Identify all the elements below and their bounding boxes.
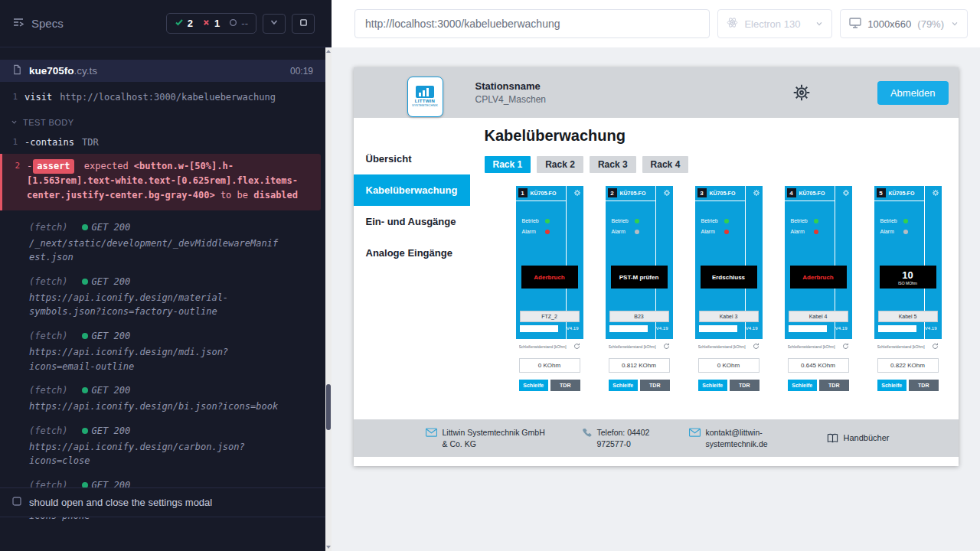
stop-run-button[interactable] [292,14,315,34]
cable-name-field[interactable]: Kabel 4 [789,311,848,322]
firmware-version: V4.19 [925,326,937,331]
cable-name-field[interactable]: Kabel 5 [878,311,938,322]
cable-name-field[interactable]: B23 [609,311,669,322]
rack-status-text: Aderbruch [534,274,564,281]
alarm-led [903,230,908,234]
firmware-version: V4.19 [656,326,668,331]
rack-gear-icon[interactable] [932,189,939,197]
collapse-runner-button[interactable] [263,14,286,34]
rack-strip [520,325,558,332]
refresh-icon[interactable] [932,343,939,350]
footer-email[interactable]: kontakt@littwin-systemtechnik.de [689,427,776,449]
tdr-button[interactable]: TDR [819,380,849,391]
test-body-section-header[interactable]: TEST BODY [0,108,332,132]
cable-name-field[interactable]: Kabel 3 [699,311,759,322]
fetch-status: GET 200 [82,385,131,396]
tdr-button[interactable]: TDR [550,380,580,391]
refresh-icon[interactable] [753,343,760,350]
refresh-icon[interactable] [663,343,670,350]
schleife-button[interactable]: Schleife [519,380,549,391]
status-ok-dot [82,333,88,339]
network-log-entry[interactable]: (fetch) GET 200 https://api.iconify.desi… [0,276,332,319]
betrieb-led [635,219,639,223]
specs-button[interactable]: Specs [12,16,64,31]
contains-command-row[interactable]: 1 -contains TDR [0,135,332,149]
resistance-label: Schleifenwiderstand [kOhm] [877,344,925,349]
scrollbar-thumb[interactable] [326,384,331,430]
rack-row: 1 KÜ705-FO Betrieb Alarm Aderbruch [516,186,959,423]
pending-stat: -- [229,18,248,29]
schleife-button[interactable]: Schleife [877,380,907,391]
footer-phone: Telefon: 04402 972577-0 [582,427,671,449]
sidebar-item-kabelueberwachung[interactable]: Kabelüberwachung [354,174,470,206]
section-chevron-icon [11,118,18,127]
footer-manuals-link[interactable]: Handbücher [827,432,890,444]
main-content: Kabelüberwachung Rack 1 Rack 2 Rack 3 Ra… [470,118,959,423]
refresh-icon[interactable] [842,343,849,350]
rack-status-text: PST-M prüfen [619,274,659,281]
rack-gear-icon[interactable] [842,189,850,197]
chevron-down-icon [815,20,823,28]
sidebar-item-analoge-eingaenge[interactable]: Analoge Eingänge [354,237,470,269]
alarm-label: Alarm [791,229,814,234]
logout-button[interactable]: Abmelden [877,81,949,105]
sidebar-item-ein-ausgaenge[interactable]: Ein- und Ausgänge [354,206,470,237]
rack-gear-icon[interactable] [573,189,581,197]
app-header: LITTWIN SYSTEMTECHNIK Stationsname CPLV4… [354,67,959,118]
status-ok-dot [82,279,88,285]
rack-tabs: Rack 1 Rack 2 Rack 3 Rack 4 [485,156,959,173]
station-label: Stationsname [475,80,547,92]
electron-icon [727,17,738,31]
scroll-up-arrow[interactable] [326,50,331,53]
tab-rack-2[interactable]: Rack 2 [537,156,583,173]
schleife-button[interactable]: Schleife [698,380,728,391]
browser-select[interactable]: Electron 130 [717,9,832,38]
spec-file-row[interactable]: kue705fo.cy.ts 00:19 [0,60,332,82]
rack-status-display: PST-M prüfen [611,266,668,289]
betrieb-label: Betrieb [522,218,545,223]
scroll-down-arrow[interactable] [326,546,331,549]
network-log-entry[interactable]: (fetch) GET 200 https://api.iconify.desi… [0,425,332,468]
status-ok-dot [82,224,88,230]
rack-divider [785,201,835,201]
x-icon [202,18,211,29]
rack-divider [516,201,566,201]
tab-rack-4[interactable]: Rack 4 [642,156,689,173]
schleife-button[interactable]: Schleife [788,380,818,391]
alarm-led [814,230,818,234]
alarm-label: Alarm [880,229,903,234]
settings-gear-icon[interactable] [792,83,812,103]
viewport-select[interactable]: 1000x660 (79%) [840,9,968,38]
tdr-button[interactable]: TDR [909,380,939,391]
next-test-row[interactable]: should open and close the settings modal [0,487,325,517]
sidebar-item-uebersicht[interactable]: Übersicht [354,143,470,174]
test-stats: 2 1 -- [166,13,256,34]
rack-strip [699,325,737,332]
rack-gear-icon[interactable] [753,189,760,197]
rack-card: 1 KÜ705-FO Betrieb Alarm Aderbruch [516,186,583,423]
network-log-entry[interactable]: (fetch) GET 200 /_next/static/developmen… [0,222,332,265]
pending-icon [229,18,237,29]
network-log-entry[interactable]: (fetch) GET 200 https://api.iconify.desi… [0,331,332,373]
betrieb-led [545,219,550,223]
url-input[interactable] [354,9,710,38]
tdr-button[interactable]: TDR [730,380,760,391]
book-icon [827,433,838,443]
rack-gear-icon[interactable] [663,189,671,197]
tab-rack-1[interactable]: Rack 1 [485,156,531,173]
schleife-button[interactable]: Schleife [609,380,639,391]
tdr-button[interactable]: TDR [640,380,670,391]
firmware-version: V4.19 [835,326,848,331]
fetch-status: GET 200 [82,222,131,233]
refresh-icon[interactable] [573,343,580,350]
resistance-value: 0.822 KOhm [877,358,939,373]
alarm-led [635,230,639,234]
tab-rack-3[interactable]: Rack 3 [590,156,636,173]
cable-name-field[interactable]: FTZ_2 [520,311,580,322]
betrieb-led [814,219,818,223]
network-log-entry[interactable]: (fetch) GET 200 https://api.iconify.desi… [0,385,332,414]
app-preview-area: LITTWIN SYSTEMTECHNIK Stationsname CPLV4… [332,47,980,551]
runner-scrollbar[interactable] [325,47,332,551]
assert-failed-row[interactable]: 2 -assert expected <button.w-[50%].h-[1.… [0,154,321,210]
visit-command-row[interactable]: 1 visit http://localhost:3000/kabelueber… [0,90,332,104]
